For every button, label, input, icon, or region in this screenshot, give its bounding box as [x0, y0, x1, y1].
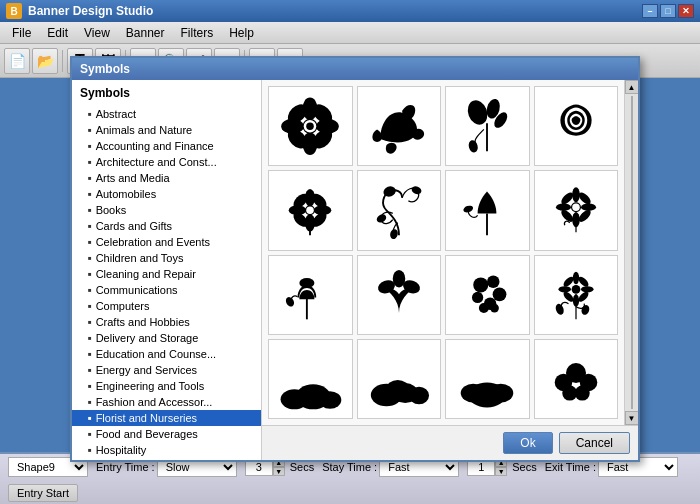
svg-point-26 — [306, 207, 314, 215]
svg-point-72 — [554, 303, 565, 316]
svg-point-29 — [410, 185, 422, 195]
minimize-button[interactable]: – — [642, 4, 658, 18]
category-food[interactable]: Food and Beverages — [72, 426, 261, 442]
symbol-cell-5[interactable] — [268, 170, 353, 250]
svg-point-88 — [574, 385, 589, 400]
symbol-cell-15[interactable] — [445, 339, 530, 419]
symbol-cell-16[interactable] — [534, 339, 619, 419]
menu-edit[interactable]: Edit — [39, 24, 76, 42]
svg-point-61 — [571, 285, 580, 294]
svg-point-11 — [394, 121, 404, 131]
symbol-grid — [262, 80, 624, 425]
category-celebration[interactable]: Celebration and Events — [72, 234, 261, 250]
cancel-button[interactable]: Cancel — [559, 432, 630, 454]
scroll-down-button[interactable]: ▼ — [625, 411, 639, 425]
svg-point-31 — [389, 228, 399, 240]
category-crafts[interactable]: Crafts and Hobbies — [72, 314, 261, 330]
menu-help[interactable]: Help — [221, 24, 262, 42]
scroll-up-button[interactable]: ▲ — [625, 80, 639, 94]
category-engineering[interactable]: Engineering and Tools — [72, 378, 261, 394]
entry-secs-down[interactable]: ▼ — [273, 467, 285, 476]
svg-point-76 — [319, 391, 342, 409]
category-fashion[interactable]: Fashion and Accessor... — [72, 394, 261, 410]
title-bar: B Banner Design Studio – □ ✕ — [0, 0, 700, 22]
symbol-cell-10[interactable] — [357, 255, 442, 335]
svg-point-64 — [558, 286, 571, 292]
dialog-title-bar: Symbols — [72, 58, 638, 80]
category-automobiles[interactable]: Automobiles — [72, 186, 261, 202]
symbol-cell-2[interactable] — [357, 86, 442, 166]
svg-point-65 — [581, 286, 594, 292]
svg-point-16 — [468, 139, 480, 153]
category-energy[interactable]: Energy and Services — [72, 362, 261, 378]
svg-point-46 — [300, 278, 315, 288]
window-controls: – □ ✕ — [642, 4, 694, 18]
category-cleaning[interactable]: Cleaning and Repair — [72, 266, 261, 282]
symbol-grid-panel: ▲ ▼ Ok Cancel — [262, 80, 638, 460]
close-button[interactable]: ✕ — [678, 4, 694, 18]
svg-point-79 — [409, 386, 429, 404]
category-communications[interactable]: Communications — [72, 282, 261, 298]
svg-point-82 — [461, 383, 486, 402]
menu-file[interactable]: File — [4, 24, 39, 42]
category-accounting[interactable]: Accounting and Finance — [72, 138, 261, 154]
symbol-cell-12[interactable] — [534, 255, 619, 335]
svg-point-30 — [375, 213, 387, 225]
category-cards[interactable]: Cards and Gifts — [72, 218, 261, 234]
ok-button[interactable]: Ok — [503, 432, 552, 454]
svg-point-10 — [306, 122, 314, 130]
category-animals[interactable]: Animals and Nature — [72, 122, 261, 138]
open-button[interactable]: 📂 — [32, 48, 58, 74]
entry-start-button[interactable]: Entry Start — [8, 484, 78, 502]
category-architecture[interactable]: Architecture and Const... — [72, 154, 261, 170]
svg-point-35 — [572, 187, 580, 202]
svg-point-56 — [493, 288, 507, 302]
symbol-cell-1[interactable] — [268, 86, 353, 166]
menu-filters[interactable]: Filters — [173, 24, 222, 42]
category-children[interactable]: Children and Toys — [72, 250, 261, 266]
symbol-cell-14[interactable] — [357, 339, 442, 419]
menu-banner[interactable]: Banner — [118, 24, 173, 42]
category-panel: Symbols Abstract Animals and Nature Acco… — [72, 80, 262, 460]
symbol-cell-6[interactable] — [357, 170, 442, 250]
svg-point-54 — [473, 278, 488, 293]
dialog-footer: Ok Cancel — [262, 425, 638, 460]
exit-time-label: Exit Time : — [545, 461, 596, 473]
app-title: Banner Design Studio — [28, 4, 642, 18]
symbol-cell-8[interactable] — [534, 170, 619, 250]
category-list[interactable]: Abstract Animals and Nature Accounting a… — [72, 104, 261, 460]
svg-point-59 — [479, 303, 489, 313]
symbol-grid-scrollbar[interactable]: ▲ ▼ — [624, 80, 638, 425]
svg-point-73 — [580, 304, 590, 316]
entry-secs-label: Secs — [290, 461, 314, 473]
maximize-button[interactable]: □ — [660, 4, 676, 18]
toolbar-separator — [62, 50, 63, 72]
svg-point-55 — [487, 276, 500, 289]
stay-secs-down[interactable]: ▼ — [495, 467, 507, 476]
stay-time-label: Stay Time : — [322, 461, 377, 473]
symbol-cell-4[interactable] — [534, 86, 619, 166]
category-abstract[interactable]: Abstract — [72, 106, 261, 122]
symbol-cell-7[interactable] — [445, 170, 530, 250]
symbol-cell-11[interactable] — [445, 255, 530, 335]
category-delivery[interactable]: Delivery and Storage — [72, 330, 261, 346]
entry-start-row: Entry Start — [0, 480, 700, 504]
symbol-cell-13[interactable] — [268, 339, 353, 419]
new-button[interactable]: 📄 — [4, 48, 30, 74]
category-arts[interactable]: Arts and Media — [72, 170, 261, 186]
menu-view[interactable]: View — [76, 24, 118, 42]
symbol-cell-3[interactable] — [445, 86, 530, 166]
category-hospitality[interactable]: Hospitality — [72, 442, 261, 458]
category-florist[interactable]: Florist and Nurseries — [72, 410, 261, 426]
svg-point-38 — [581, 203, 596, 211]
svg-point-83 — [489, 383, 514, 402]
symbol-cell-9[interactable] — [268, 255, 353, 335]
stay-secs-label: Secs — [512, 461, 536, 473]
svg-point-43 — [572, 203, 580, 211]
category-books[interactable]: Books — [72, 202, 261, 218]
svg-point-50 — [392, 270, 405, 288]
category-computers[interactable]: Computers — [72, 298, 261, 314]
svg-point-47 — [284, 296, 296, 308]
dialog-content: Symbols Abstract Animals and Nature Acco… — [72, 80, 638, 460]
category-education[interactable]: Education and Counse... — [72, 346, 261, 362]
